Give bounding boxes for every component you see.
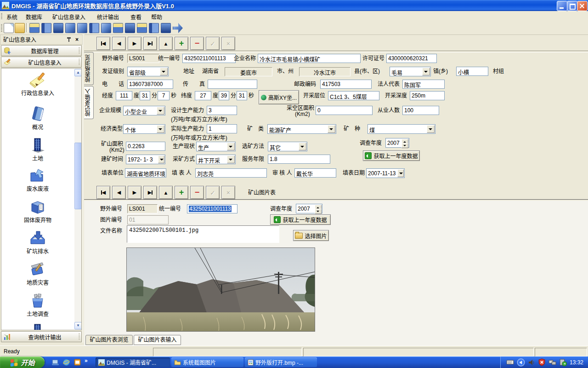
survey-year-spinner[interactable]: 2007 xyxy=(385,138,409,148)
open-icon[interactable] xyxy=(15,23,25,33)
scroll-up-icon[interactable]: ▲ xyxy=(74,69,82,76)
survey-icon[interactable] xyxy=(161,23,171,33)
overview-icon[interactable] xyxy=(41,23,51,33)
chevron-down-icon[interactable] xyxy=(427,125,435,133)
menu-mine-entry[interactable]: 矿山信息录入 xyxy=(51,13,87,21)
volume-icon[interactable] xyxy=(528,359,535,366)
goaf-area-input[interactable]: 0 xyxy=(316,106,373,115)
sidebar-item-solid-waste[interactable]: 固体废弃物 xyxy=(1,198,74,224)
nav-accept-button[interactable]: ✓ xyxy=(206,37,220,50)
spin-down-icon[interactable] xyxy=(315,209,322,214)
latitude-sec-input[interactable]: 31 xyxy=(237,91,247,100)
menu-help[interactable]: 帮助 xyxy=(149,13,164,21)
postcode-input[interactable]: 417503 xyxy=(320,80,372,89)
wastewater-folder-icon[interactable] xyxy=(65,23,75,33)
longitude-min-input[interactable]: 31 xyxy=(140,91,150,100)
actual-capacity-input[interactable]: 1 xyxy=(207,124,237,133)
nav-add-button[interactable]: + xyxy=(175,37,188,50)
mining-layer-input[interactable]: C1c1 3、5煤层 xyxy=(328,91,379,100)
taskbar-task-folder[interactable]: 系统截图图片 xyxy=(171,357,243,367)
scroll-down-icon[interactable]: ▼ xyxy=(74,322,82,329)
close-button[interactable] xyxy=(577,1,588,11)
design-capacity-input[interactable]: 3 xyxy=(207,106,237,115)
pic-nav-remove-button[interactable]: − xyxy=(190,186,204,199)
town-input[interactable]: 小横 xyxy=(456,67,488,76)
beneficiation-select[interactable]: 其它 xyxy=(268,142,307,151)
employees-input[interactable]: 100 xyxy=(402,106,439,115)
chevron-down-icon[interactable] xyxy=(160,68,168,75)
fax-input[interactable] xyxy=(208,80,257,89)
nav-last-button[interactable]: ▶ xyxy=(143,37,157,50)
scrollbar-thumb[interactable] xyxy=(74,143,82,209)
language-bar-icon[interactable] xyxy=(517,358,525,367)
file-name-input[interactable]: 4325022007LS00101.jpg xyxy=(127,225,279,243)
phone-input[interactable]: 13607387000 xyxy=(127,80,173,89)
gauss-xy-button[interactable]: 高斯XY坐... xyxy=(259,90,299,104)
sidebar-item-overview[interactable]: 概况 xyxy=(1,105,74,131)
taskbar-task-dmgis[interactable]: DMGIS - 湖南省矿... xyxy=(96,357,170,367)
nav-prev-button[interactable]: ◀ xyxy=(112,37,126,50)
nav-cancel-button[interactable]: × xyxy=(221,37,235,50)
mining-method-select[interactable]: 井下开采 xyxy=(196,155,236,164)
license-no-input[interactable]: 4300000620321 xyxy=(386,54,437,63)
enterprise-name-input[interactable]: 冷水江市毛易镇小横煤矿 xyxy=(258,54,361,63)
menu-system[interactable]: 系统 xyxy=(5,13,19,21)
chevron-down-icon[interactable] xyxy=(227,155,235,163)
drainage-icon[interactable] xyxy=(89,23,99,33)
pic-unified-no-input[interactable]: 43250211001113 xyxy=(187,204,237,213)
sidebar-group-database[interactable]: 数据库管理 xyxy=(1,45,82,56)
updates-icon[interactable] xyxy=(559,358,567,366)
production-status-select[interactable]: 生产 xyxy=(196,142,236,151)
longitude-sec-input[interactable]: 7 xyxy=(158,91,170,100)
fill-date-select[interactable]: 2007-11-13 xyxy=(366,168,405,178)
chevron-down-icon[interactable] xyxy=(422,68,430,75)
network-icon[interactable] xyxy=(548,358,556,366)
nav-up-button[interactable]: ▲ xyxy=(159,37,173,50)
chevron-down-icon[interactable] xyxy=(328,125,335,133)
legal-rep-input[interactable]: 陈国军 xyxy=(402,80,445,89)
measure-icon[interactable] xyxy=(137,23,147,33)
latitude-min-input[interactable]: 39 xyxy=(219,91,229,100)
nav-first-button[interactable]: ◀ xyxy=(96,37,110,50)
pic-nav-add-button[interactable]: + xyxy=(175,186,188,199)
entry-edit-icon[interactable] xyxy=(29,23,40,33)
tab-record-entry[interactable]: 按记录输入 xyxy=(84,86,94,119)
pic-nav-cancel-button[interactable]: × xyxy=(221,186,235,199)
start-button[interactable]: 开始 xyxy=(0,356,45,368)
fill-person-input[interactable]: 刘志尧 xyxy=(195,168,267,178)
county-select[interactable]: 毛易 xyxy=(390,67,431,76)
maximize-button[interactable] xyxy=(567,1,577,11)
land-building-icon[interactable] xyxy=(53,23,63,33)
chevron-down-icon[interactable] xyxy=(158,155,164,163)
hazard-icon[interactable] xyxy=(113,23,123,33)
longitude-deg-input[interactable]: 111 xyxy=(116,91,132,100)
sidebar-group-mine-entry[interactable]: 矿山信息录入 xyxy=(1,57,82,68)
nav-next-button[interactable]: ▶ xyxy=(128,37,141,50)
buildings-icon[interactable] xyxy=(149,23,159,33)
service-years-input[interactable]: 1.8 xyxy=(268,155,330,164)
pic-nav-next-button[interactable]: ▶ xyxy=(128,186,141,199)
new-icon[interactable] xyxy=(4,23,14,33)
latitude-deg-input[interactable]: 27 xyxy=(195,91,211,100)
nav-remove-button[interactable]: − xyxy=(190,37,204,50)
mail-icon[interactable] xyxy=(74,358,81,366)
column-icon[interactable] xyxy=(125,23,135,33)
tab-picture-browse[interactable]: 矿山图片表浏览 xyxy=(85,335,133,345)
build-time-select[interactable]: 1972- 1- 3 xyxy=(126,155,165,164)
pic-nav-first-button[interactable]: ◀ xyxy=(96,186,110,199)
mine-class-select[interactable]: 能源矿产 xyxy=(267,124,336,134)
chevron-down-icon[interactable] xyxy=(157,107,164,115)
choose-picture-button[interactable]: 选择图片 xyxy=(293,230,329,241)
internet-explorer-icon[interactable] xyxy=(62,358,70,366)
pic-nav-up-button[interactable]: ▲ xyxy=(159,186,173,199)
keyboard-icon[interactable] xyxy=(506,358,514,366)
export-icon[interactable] xyxy=(173,23,183,33)
menu-database[interactable]: 数据库 xyxy=(24,13,44,21)
show-desktop-icon[interactable] xyxy=(51,358,59,366)
chevron-down-icon[interactable] xyxy=(299,143,306,150)
taskbar-task-bmp[interactable]: 野外版打开.bmp -... xyxy=(245,357,317,367)
sidebar-item-geo-hazard[interactable]: 地质灾害 xyxy=(1,261,74,287)
menu-stat-output[interactable]: 统计输出 xyxy=(95,13,121,21)
mine-area-input[interactable]: 0.2263 xyxy=(126,142,165,151)
auditor-input[interactable]: 戴长华 xyxy=(294,168,336,178)
